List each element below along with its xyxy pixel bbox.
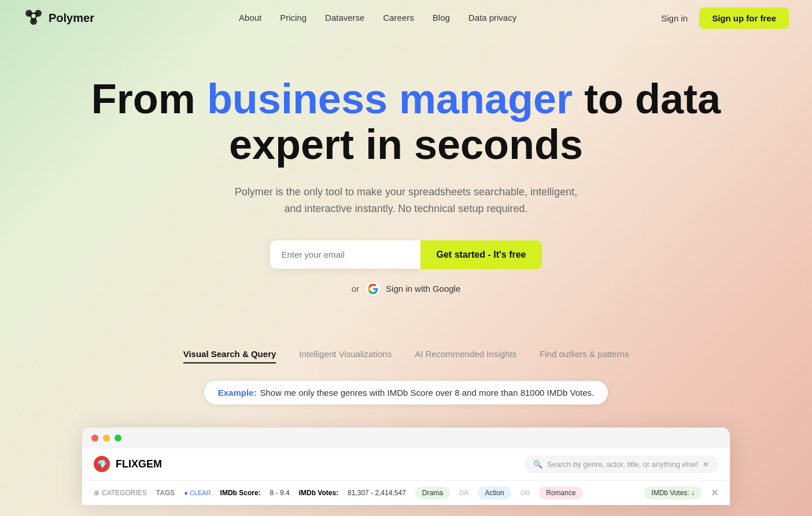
hero-title-prefix: From: [91, 76, 207, 122]
search-placeholder: Search by genre, actor, title, or anythi…: [547, 460, 698, 469]
imdb-score-value: 8 - 9.4: [270, 489, 290, 497]
tag-drama[interactable]: Drama: [415, 487, 450, 499]
categories-label: ⊕ CATEGORIES: [94, 489, 147, 497]
mockup-header: 💎 FLIXGEM 🔍 Search by genre, actor, titl…: [82, 448, 730, 480]
tag-romance[interactable]: Romance: [539, 487, 582, 499]
tab-intelligent-viz[interactable]: Intelligent Visualizations: [299, 349, 392, 363]
google-signin-label: Sign in with Google: [386, 284, 460, 294]
titlebar-dot-red: [91, 435, 98, 441]
hero-title-highlight: business manager: [207, 76, 573, 122]
close-filter-button[interactable]: ✕: [711, 487, 718, 498]
example-text: Show me only these genres with IMDb Scor…: [260, 388, 594, 398]
mockup-brand: 💎 FLIXGEM: [94, 456, 162, 472]
navigation: Polymer About Pricing Dataverse Careers …: [0, 0, 812, 36]
nav-blog[interactable]: Blog: [433, 13, 450, 23]
imdb-votes-value: 81,307 - 2,414,547: [348, 489, 406, 497]
nav-dataverse[interactable]: Dataverse: [325, 13, 364, 23]
tab-ai-insights[interactable]: AI Recommended Insights: [415, 349, 516, 363]
or-separator-1: OR: [459, 489, 469, 496]
google-signin-button[interactable]: Sign in with Google: [365, 281, 460, 297]
brand-name-label: FLIXGEM: [116, 458, 162, 470]
example-label: Example:: [218, 388, 257, 398]
tags-label: TAGS: [156, 489, 175, 497]
tab-visual-search[interactable]: Visual Search & Query: [183, 349, 276, 363]
brand-icon: 💎: [94, 456, 110, 472]
mockup-filter-row: ⊕ CATEGORIES TAGS ● CLEAR IMDb Score: 8 …: [82, 480, 730, 505]
nav-links: About Pricing Dataverse Careers Blog Dat…: [239, 13, 516, 23]
tag-action[interactable]: Action: [478, 487, 511, 499]
cta-row: Get started - It's free: [23, 240, 789, 269]
example-bar: Example: Show me only these genres with …: [204, 381, 608, 404]
titlebar-dot-green: [115, 435, 121, 441]
nav-pricing[interactable]: Pricing: [280, 13, 307, 23]
search-clear-icon: ✕: [703, 460, 709, 469]
hero-title: From business manager to data expert in …: [23, 76, 789, 168]
imdb-votes-badge: IMDb Votes: ↓: [644, 487, 702, 499]
mockup-search-bar[interactable]: 🔍 Search by genre, actor, title, or anyt…: [524, 455, 718, 473]
google-signin-row: or Sign in with Google: [23, 281, 789, 297]
or-label: or: [352, 284, 359, 294]
tab-find-outliers[interactable]: Find outliers & patterns: [540, 349, 629, 363]
signup-button[interactable]: Sign up for free: [699, 8, 789, 29]
app-mockup: 💎 FLIXGEM 🔍 Search by genre, actor, titl…: [82, 428, 730, 505]
nav-right: Sign in Sign up for free: [661, 8, 789, 29]
search-icon: 🔍: [533, 460, 542, 469]
get-started-button[interactable]: Get started - It's free: [420, 240, 542, 269]
nav-about[interactable]: About: [239, 13, 261, 23]
tabs-row: Visual Search & Query Intelligent Visual…: [23, 349, 789, 363]
clear-button[interactable]: ● CLEAR: [184, 489, 211, 496]
nav-careers[interactable]: Careers: [383, 13, 414, 23]
hero-subtitle: Polymer is the only tool to make your sp…: [232, 184, 580, 217]
clear-dot-icon: ●: [184, 489, 188, 496]
example-pill: Example: Show me only these genres with …: [204, 381, 608, 404]
or-separator-2: OR: [521, 489, 530, 496]
sign-in-link[interactable]: Sign in: [661, 13, 688, 23]
email-input[interactable]: [270, 240, 420, 269]
imdb-votes-label: IMDb Votes:: [299, 489, 338, 497]
logo[interactable]: Polymer: [23, 8, 94, 28]
nav-data-privacy[interactable]: Data privacy: [468, 13, 516, 23]
mockup-titlebar: [82, 428, 730, 448]
categories-icon: ⊕: [94, 489, 99, 497]
tabs-section: Visual Search & Query Intelligent Visual…: [0, 320, 812, 428]
hero-section: From business manager to data expert in …: [0, 36, 812, 320]
brand-name: Polymer: [49, 12, 94, 25]
imdb-score-label: IMDb Score:: [220, 489, 261, 497]
titlebar-dot-yellow: [103, 435, 110, 441]
